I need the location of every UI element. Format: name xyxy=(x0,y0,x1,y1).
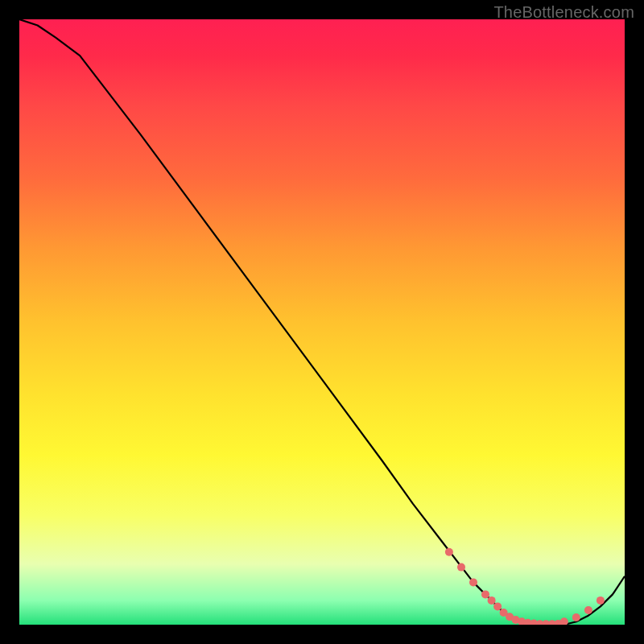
marker-point xyxy=(457,564,465,572)
marker-point xyxy=(481,590,489,598)
marker-point xyxy=(493,602,502,610)
marker-point xyxy=(469,578,477,586)
marker-point xyxy=(584,606,592,614)
marker-point xyxy=(572,613,580,621)
marker-group xyxy=(445,548,605,625)
bottleneck-curve-line xyxy=(19,19,625,625)
chart-svg xyxy=(19,19,625,625)
marker-point xyxy=(597,597,605,605)
chart-plot-area xyxy=(19,19,625,625)
watermark-text: TheBottleneck.com xyxy=(493,3,634,22)
marker-point xyxy=(560,617,568,625)
marker-point xyxy=(488,597,496,605)
marker-point xyxy=(445,548,453,556)
